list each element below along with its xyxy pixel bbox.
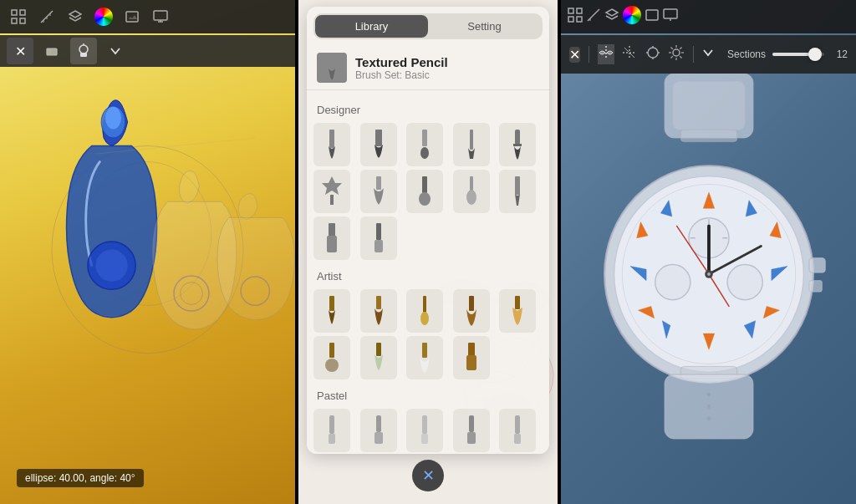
grid-icon[interactable] [7,5,30,28]
right-toolbar-top [561,0,856,33]
colorwheel-icon[interactable] [623,6,641,28]
svg-rect-20 [126,12,138,22]
list-item[interactable] [360,336,397,379]
svg-rect-67 [374,432,383,444]
close-panel-button[interactable]: ✕ [412,460,444,491]
grid-icon[interactable] [568,8,583,26]
svg-rect-64 [329,415,334,434]
svg-rect-52 [329,296,334,311]
list-item[interactable] [313,170,350,213]
tab-setting[interactable]: Setting [428,15,541,38]
list-item[interactable] [313,289,350,333]
canvas-icon[interactable] [120,5,144,28]
svg-point-44 [419,192,431,206]
canvas-icon[interactable] [645,8,660,26]
sections-slider-thumb[interactable] [808,48,822,61]
list-item[interactable] [406,336,443,379]
svg-rect-119 [646,10,658,20]
list-item[interactable] [453,289,490,333]
svg-rect-66 [376,415,381,432]
stamp-icon[interactable] [70,38,97,64]
right-close-button[interactable]: ✕ [569,47,580,63]
svg-rect-27 [80,53,87,57]
left-panel: ✕ ellipse: 40.00, angle: 40° [0,0,295,504]
list-item[interactable] [406,289,443,333]
transform-icon[interactable] [645,44,661,64]
list-item[interactable] [360,123,397,166]
svg-rect-80 [809,258,825,272]
svg-rect-33 [329,130,334,148]
svg-point-111 [706,416,711,420]
left-toolbar-top [0,0,295,33]
list-item[interactable] [360,170,397,213]
svg-rect-37 [470,130,473,150]
svg-rect-48 [329,223,335,237]
category-designer: Designer [307,97,549,120]
right-dropdown-icon[interactable] [702,47,714,62]
list-item[interactable] [499,123,536,166]
svg-point-109 [706,393,711,397]
ruler-icon[interactable] [35,5,59,28]
brush-info-row: Textured Pencil Brush Set: Basic [307,46,549,90]
dropdown-icon[interactable] [102,38,129,64]
layers-icon[interactable] [604,8,619,26]
svg-rect-73 [514,434,521,444]
list-item[interactable] [406,123,443,166]
list-item[interactable] [360,216,397,260]
category-pastel: Pastel [307,383,549,405]
svg-rect-72 [515,415,520,434]
list-item[interactable] [313,216,350,260]
svg-point-96 [727,264,762,299]
list-item[interactable] [360,289,397,333]
drawing-canvas[interactable] [0,67,295,504]
list-item[interactable] [453,336,490,379]
svg-rect-54 [423,296,426,313]
list-item[interactable] [499,409,536,452]
eraser-icon[interactable] [38,38,65,64]
svg-rect-57 [515,296,520,309]
svg-rect-53 [376,296,381,309]
colorwheel-icon[interactable] [92,5,115,28]
svg-rect-60 [376,343,381,356]
svg-rect-76 [680,130,736,141]
svg-rect-69 [421,434,428,444]
svg-rect-38 [515,130,520,145]
brush-panel: Library Setting Textured Pencil Brush Se… [307,7,549,454]
layers-icon[interactable] [64,5,87,28]
symmetry-icon[interactable] [598,44,614,64]
brush-panel-tabs: Library Setting [313,13,543,39]
svg-rect-32 [329,55,334,70]
screen-icon[interactable] [663,8,678,26]
screen-icon[interactable] [149,5,172,28]
list-item[interactable] [499,170,536,213]
svg-rect-42 [376,176,381,190]
list-item[interactable] [406,170,443,213]
svg-rect-12 [20,10,25,15]
list-item[interactable] [406,409,443,452]
list-item[interactable] [360,409,397,452]
svg-line-137 [680,48,681,49]
svg-rect-61 [422,343,427,358]
right-toolbar-secondary: ✕ [561,35,856,74]
sections-label: Sections [727,48,766,60]
sketch-artwork [0,67,295,504]
ruler-icon[interactable] [586,8,601,26]
symmetry2-icon[interactable] [621,44,638,64]
list-item[interactable] [499,289,536,333]
svg-rect-112 [568,8,573,13]
close-button[interactable]: ✕ [7,38,33,64]
list-item[interactable] [313,409,350,452]
list-item[interactable] [453,170,490,213]
left-toolbar-secondary: ✕ [0,35,295,67]
sunburst-icon[interactable] [668,44,685,64]
list-item[interactable] [313,336,350,379]
sections-slider[interactable] [772,53,824,56]
watch-svg [583,74,834,475]
tab-library[interactable]: Library [315,15,428,38]
svg-rect-43 [422,176,427,193]
middle-panel: Library Setting Textured Pencil Brush Se… [298,0,558,504]
list-item[interactable] [313,123,350,166]
close-icon: ✕ [422,466,435,485]
list-item[interactable] [453,409,490,452]
list-item[interactable] [453,123,490,166]
